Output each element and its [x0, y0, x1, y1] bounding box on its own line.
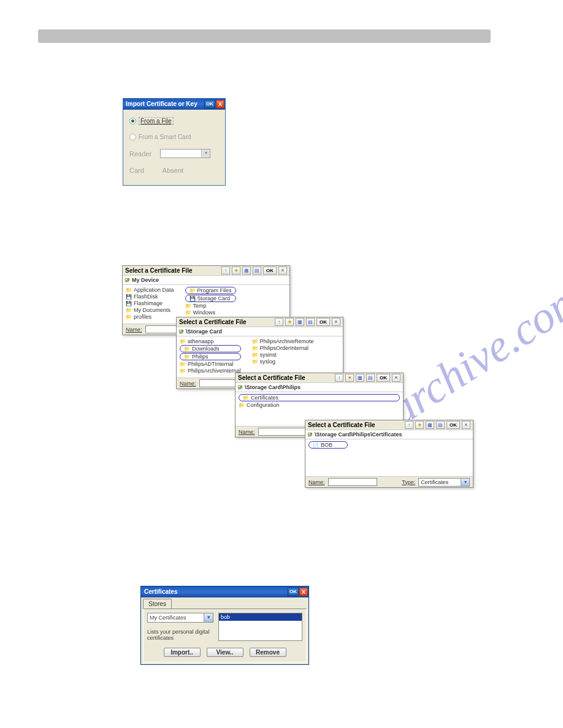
from-file-radio[interactable]: From a File [129, 117, 219, 125]
view-button[interactable]: View.. [207, 648, 243, 657]
up-folder-icon[interactable]: ↑ [221, 267, 230, 275]
name-label: Name: [180, 381, 196, 387]
close-button[interactable]: × [462, 421, 470, 429]
radio-selected-icon [129, 118, 136, 124]
up-folder-icon[interactable]: ↑ [335, 374, 343, 382]
dialog-titlebar: Certificates OK X [141, 586, 308, 597]
new-folder-icon[interactable]: ✶ [285, 318, 294, 326]
view-icon[interactable]: ▦ [242, 267, 251, 275]
cert-file-bob[interactable]: BOB [308, 441, 348, 449]
folder-item[interactable]: PhilipsADTInternal [180, 361, 241, 367]
new-folder-icon[interactable]: ✶ [232, 267, 240, 275]
drive-icon: 🖳 [237, 384, 243, 390]
dialog-title: Select a Certificate File [238, 374, 305, 381]
folder-program-files[interactable]: Program Files [185, 287, 236, 294]
drive-icon: 🖳 [178, 328, 184, 335]
folder-icon [185, 303, 191, 309]
radio-unselected-icon [129, 134, 136, 140]
path-text: \Storage Card\Philips [245, 384, 301, 390]
folder-item[interactable]: FlashImage [126, 300, 174, 306]
folder-icon [180, 338, 186, 344]
drive-icon [126, 294, 132, 300]
folder-philips[interactable]: Philips [180, 353, 241, 360]
list-icon[interactable]: ▤ [436, 421, 445, 429]
folder-icon [180, 361, 186, 367]
tab-stores[interactable]: Stores [143, 599, 172, 609]
up-folder-icon[interactable]: ↑ [275, 318, 283, 326]
certificates-dialog: Certificates OK X Stores My Certificates… [140, 586, 309, 665]
list-icon[interactable]: ▤ [366, 374, 375, 382]
folder-item[interactable]: Windows [185, 309, 236, 316]
up-folder-icon[interactable]: ↑ [405, 421, 413, 429]
folder-item[interactable]: PhilipsArchiveInternal [180, 368, 241, 374]
folder-certificates[interactable]: Certificates [239, 394, 400, 401]
remove-button[interactable]: Remove [250, 648, 286, 657]
close-button[interactable]: × [332, 318, 340, 326]
dialog-title: Select a Certificate File [308, 422, 375, 428]
folder-item[interactable]: syslog [252, 358, 314, 365]
view-icon[interactable]: ▦ [426, 421, 434, 429]
certificate-item-selected[interactable]: bob [219, 613, 302, 621]
drive-icon: 🖳 [124, 277, 130, 283]
folder-item[interactable]: PhilipsOrderInternal [252, 345, 314, 351]
ok-button[interactable]: OK [204, 100, 215, 108]
folder-icon [184, 346, 190, 352]
chevron-down-icon: ▾ [204, 613, 213, 622]
folder-icon [180, 368, 186, 374]
close-button[interactable]: X [216, 100, 224, 108]
ok-button[interactable]: OK [316, 318, 330, 326]
type-value: Certificates [421, 479, 448, 485]
dialog-title: Import Certificate or Key [126, 99, 197, 110]
reader-dropdown[interactable]: ▾ [160, 149, 210, 158]
close-button[interactable]: × [278, 267, 287, 275]
folder-item[interactable]: Application Data [126, 287, 174, 293]
ok-button[interactable]: OK [377, 374, 390, 382]
drive-icon [126, 300, 132, 306]
type-dropdown[interactable]: Certificates ▾ [418, 478, 470, 487]
folder-downloads[interactable]: Downloads [180, 345, 241, 352]
folder-icon [239, 402, 245, 408]
ok-button[interactable]: OK [446, 421, 460, 429]
from-file-label: From a File [139, 117, 174, 125]
folder-item[interactable]: PhilipsArchiveRemote [252, 338, 314, 344]
folder-icon [126, 287, 132, 293]
card-label: Card [129, 167, 144, 174]
path-bar: 🖳 My Device [123, 276, 289, 285]
name-input[interactable] [328, 478, 378, 486]
new-folder-icon[interactable]: ✶ [415, 421, 424, 429]
store-dropdown[interactable]: My Certificates ▾ [147, 613, 213, 623]
store-value: My Certificates [150, 615, 186, 621]
import-certificate-dialog: Import Certificate or Key OK X From a Fi… [123, 98, 226, 186]
folder-icon [185, 309, 191, 316]
new-folder-icon[interactable]: ✶ [345, 374, 354, 382]
reader-label: Reader [129, 150, 151, 157]
folder-item[interactable]: My Documents [126, 307, 174, 313]
dialog-title: Select a Certificate File [179, 319, 247, 325]
certificate-list[interactable]: bob [218, 613, 302, 641]
folder-item[interactable]: profiles [126, 314, 174, 320]
path-text: My Device [132, 277, 159, 283]
view-icon[interactable]: ▦ [296, 318, 304, 326]
file-icon [313, 442, 319, 448]
import-button[interactable]: Import.. [164, 648, 201, 657]
path-bar: 🖳 \Storage Card\Philips [236, 383, 403, 392]
name-label: Name: [126, 327, 142, 333]
folder-icon [252, 345, 258, 351]
ok-button[interactable]: OK [263, 267, 277, 275]
close-button[interactable]: × [392, 374, 400, 382]
folder-item[interactable]: sysinst [252, 352, 314, 358]
folder-item[interactable]: Temp [185, 303, 236, 309]
folder-storage-card[interactable]: Storage Card [185, 295, 236, 302]
folder-item[interactable]: athenaapp [180, 338, 241, 344]
folder-item[interactable]: Configuration [239, 402, 400, 408]
list-icon[interactable]: ▤ [306, 318, 315, 326]
folder-item[interactable]: FlashDisk [126, 294, 174, 300]
list-icon[interactable]: ▤ [253, 267, 261, 275]
ok-button[interactable]: OK [288, 588, 299, 596]
path-bar: 🖳 \Storage Card [177, 327, 343, 336]
from-smartcard-radio[interactable]: From a Smart Card [129, 134, 219, 140]
close-button[interactable]: X [299, 588, 308, 596]
dialog-titlebar: Import Certificate or Key OK X [123, 99, 225, 110]
chevron-down-icon: ▾ [461, 479, 469, 486]
view-icon[interactable]: ▦ [356, 374, 364, 382]
